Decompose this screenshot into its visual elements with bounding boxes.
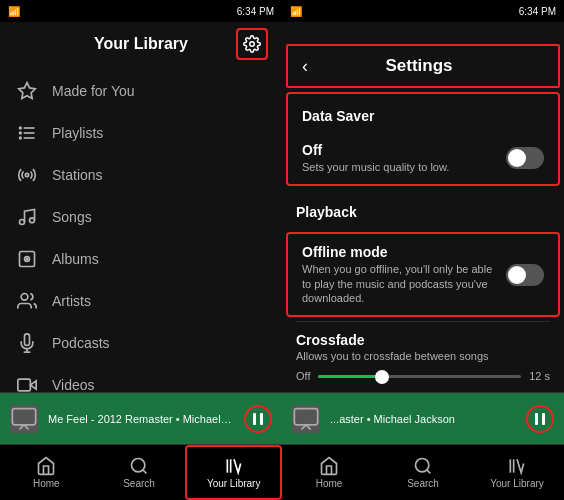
back-button[interactable]: ‹ — [302, 56, 308, 77]
right-device-icon — [292, 405, 320, 433]
right-search-label: Search — [407, 478, 439, 489]
svg-marker-1 — [19, 83, 36, 99]
left-bottom-nav-search[interactable]: Search — [93, 445, 186, 500]
playlist-icon — [16, 122, 38, 144]
right-library-icon — [507, 456, 527, 476]
left-bottom-nav-library[interactable]: Your Library — [185, 445, 282, 500]
data-saver-item[interactable]: Off Sets your music quality to low. — [288, 132, 558, 184]
right-search-icon — [413, 456, 433, 476]
svg-point-8 — [25, 173, 28, 176]
svg-point-29 — [416, 459, 429, 472]
crossfade-row: Crossfade Allows you to crossfade betwee… — [282, 322, 564, 392]
data-saver-block: Data Saver Off Sets your music quality t… — [286, 92, 560, 186]
nav-item-playlists[interactable]: Playlists — [0, 112, 282, 154]
left-search-label: Search — [123, 478, 155, 489]
offline-mode-item[interactable]: Offline mode When you go offline, you'll… — [288, 234, 558, 315]
left-pause-button[interactable] — [244, 405, 272, 433]
svg-rect-20 — [253, 413, 256, 425]
nav-item-podcasts[interactable]: Podcasts — [0, 322, 282, 364]
crossfade-slider-row[interactable]: Off 12 s — [296, 370, 550, 382]
settings-body: Data Saver Off Sets your music quality t… — [282, 88, 564, 392]
songs-label: Songs — [52, 209, 92, 225]
left-library-label: Your Library — [207, 478, 261, 489]
home-icon — [36, 456, 56, 476]
crossfade-title: Crossfade — [296, 332, 550, 348]
svg-line-23 — [143, 470, 147, 474]
crossfade-slider-track[interactable] — [318, 375, 521, 378]
right-status-left: 📶 — [290, 6, 302, 17]
svg-rect-18 — [18, 379, 30, 391]
nav-item-artists[interactable]: Artists — [0, 280, 282, 322]
nav-item-stations[interactable]: Stations — [0, 154, 282, 196]
crossfade-desc: Allows you to crossfade between songs — [296, 350, 550, 362]
svg-point-22 — [132, 459, 145, 472]
left-bottom-nav-home[interactable]: Home — [0, 445, 93, 500]
crossfade-slider-thumb — [375, 370, 389, 384]
right-pause-button[interactable] — [526, 405, 554, 433]
svg-point-7 — [20, 137, 22, 139]
right-home-label: Home — [316, 478, 343, 489]
videos-icon — [16, 374, 38, 392]
right-home-icon — [319, 456, 339, 476]
left-panel: 📶 6:34 PM Your Library Made for You — [0, 0, 282, 500]
artists-label: Artists — [52, 293, 91, 309]
svg-point-14 — [21, 294, 28, 301]
right-bottom-nav-library[interactable]: Your Library — [470, 445, 564, 500]
status-right: 6:34 PM — [237, 6, 274, 17]
svg-point-5 — [20, 127, 22, 129]
crossfade-slider-value: 12 s — [529, 370, 550, 382]
right-signal-icon: 📶 — [290, 6, 302, 17]
playlists-label: Playlists — [52, 125, 103, 141]
left-time: 6:34 PM — [237, 6, 274, 17]
data-saver-text: Off Sets your music quality to low. — [302, 142, 498, 174]
right-library-label: Your Library — [490, 478, 544, 489]
nav-list: Made for You Playlists Stations — [0, 66, 282, 392]
videos-label: Videos — [52, 377, 95, 392]
data-saver-toggle-knob — [508, 149, 526, 167]
library-icon — [224, 456, 244, 476]
right-bottom-nav-home[interactable]: Home — [282, 445, 376, 500]
offline-mode-toggle-knob — [508, 266, 526, 284]
svg-point-10 — [30, 218, 35, 223]
offline-mode-toggle[interactable] — [506, 264, 544, 286]
artists-icon — [16, 290, 38, 312]
left-header-title: Your Library — [94, 35, 188, 53]
offline-mode-title: Offline mode — [302, 244, 498, 260]
svg-rect-21 — [260, 413, 263, 425]
crossfade-slider-fill — [318, 375, 379, 378]
radio-icon — [16, 164, 38, 186]
settings-title: Settings — [318, 56, 520, 76]
made-for-you-label: Made for You — [52, 83, 135, 99]
search-icon — [129, 456, 149, 476]
svg-rect-26 — [294, 408, 317, 424]
left-bottom-nav: Home Search Your Library — [0, 444, 282, 500]
crossfade-slider-label: Off — [296, 370, 310, 382]
left-now-playing-title: Me Feel - 2012 Remaster • Michael Jack..… — [48, 413, 234, 425]
nav-item-albums[interactable]: Albums — [0, 238, 282, 280]
data-saver-title: Off — [302, 142, 498, 158]
right-bottom-nav-search[interactable]: Search — [376, 445, 470, 500]
albums-icon — [16, 248, 38, 270]
right-now-playing-bar[interactable]: ...aster • Michael Jackson — [282, 392, 564, 444]
left-home-label: Home — [33, 478, 60, 489]
settings-icon-button[interactable] — [236, 28, 268, 60]
data-saver-toggle[interactable] — [506, 147, 544, 169]
svg-point-9 — [20, 220, 25, 225]
svg-point-0 — [250, 42, 255, 47]
left-now-playing-text: Me Feel - 2012 Remaster • Michael Jack..… — [48, 413, 234, 425]
podcasts-icon — [16, 332, 38, 354]
left-device-icon — [10, 405, 38, 433]
nav-item-made-for-you[interactable]: Made for You — [0, 70, 282, 112]
songs-icon — [16, 206, 38, 228]
data-saver-desc: Sets your music quality to low. — [302, 160, 498, 174]
nav-item-videos[interactable]: Videos — [0, 364, 282, 392]
star-icon — [16, 80, 38, 102]
settings-header: ‹ Settings — [286, 44, 560, 88]
signal-icon: 📶 — [8, 6, 20, 17]
svg-point-6 — [20, 132, 22, 134]
right-status-right: 6:34 PM — [519, 6, 556, 17]
left-now-playing-bar[interactable]: Me Feel - 2012 Remaster • Michael Jack..… — [0, 392, 282, 444]
left-status-bar: 📶 6:34 PM — [0, 0, 282, 22]
nav-item-songs[interactable]: Songs — [0, 196, 282, 238]
left-header: Your Library — [0, 22, 282, 66]
